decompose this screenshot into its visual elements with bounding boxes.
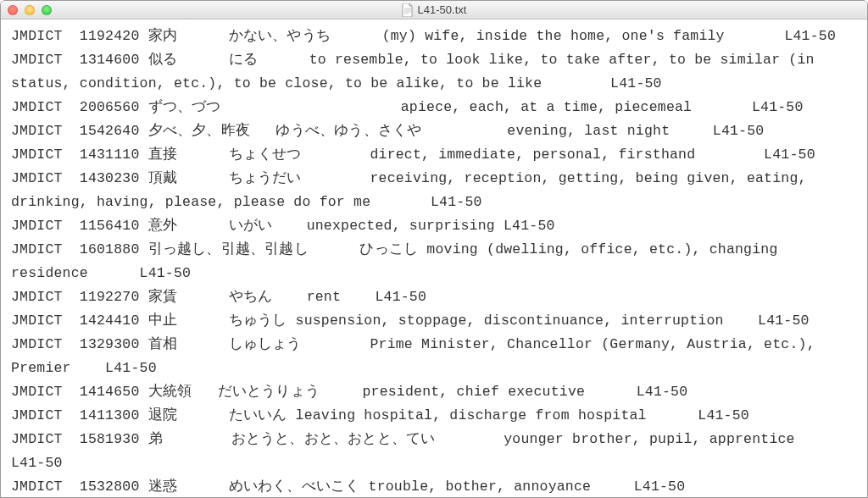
minimize-icon[interactable] — [25, 5, 35, 15]
close-icon[interactable] — [8, 5, 18, 15]
traffic-lights — [8, 5, 52, 15]
window-title: L41-50.txt — [1, 3, 867, 17]
titlebar[interactable]: L41-50.txt — [1, 1, 867, 19]
text-content[interactable]: JMDICT 1192420 家内 かない、やうち (my) wife, ins… — [1, 19, 867, 497]
document-icon — [402, 3, 414, 17]
title-text: L41-50.txt — [418, 3, 467, 16]
zoom-icon[interactable] — [42, 5, 52, 15]
text-editor-window: L41-50.txt JMDICT 1192420 家内 かない、やうち (my… — [0, 0, 868, 498]
